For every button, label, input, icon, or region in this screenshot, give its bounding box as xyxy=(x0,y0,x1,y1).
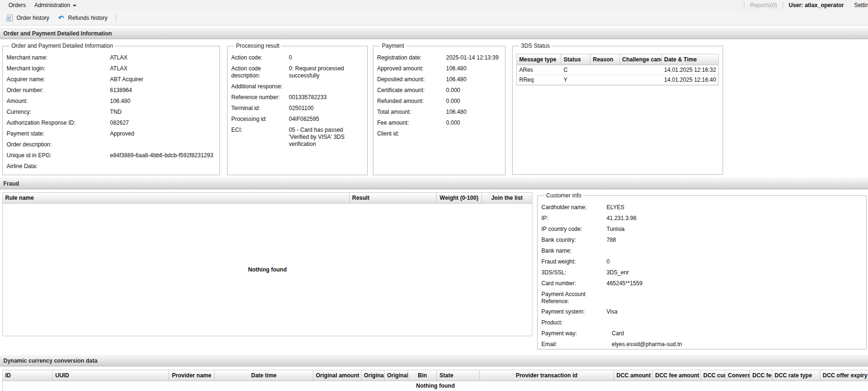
order-history-icon xyxy=(6,14,14,22)
refunds-history-label: Refunds history xyxy=(68,15,107,21)
column-header[interactable]: Date & Time xyxy=(662,54,718,65)
column-header[interactable]: Bin xyxy=(408,370,437,381)
menu-orders[interactable]: Orders xyxy=(5,1,31,9)
column-header[interactable]: Provider name xyxy=(169,370,215,381)
field-label: Action code description: xyxy=(231,65,289,79)
field-value: ATLAX xyxy=(110,54,216,61)
field-label: Bank country: xyxy=(541,237,607,244)
field-row: IP country code:Tunisia xyxy=(541,226,862,233)
field-row: Payment Account Reference: xyxy=(541,291,862,305)
column-header[interactable]: DCC rate type xyxy=(772,370,820,381)
column-header[interactable]: DCC curr xyxy=(701,370,725,381)
field-row: Payment system:Visa xyxy=(541,308,862,315)
column-header[interactable]: Weight (0-100) xyxy=(437,193,482,204)
order-info-legend: Order and Payment Detailed Information xyxy=(9,42,115,49)
field-label: Fee amount: xyxy=(377,119,446,127)
field-row: Product: xyxy=(541,319,862,326)
field-row: Action code description:0: Request proce… xyxy=(231,65,363,79)
processing-result-legend: Processing result xyxy=(234,42,281,49)
cell-status: Y xyxy=(561,75,590,85)
column-header[interactable]: Conversi xyxy=(725,370,750,381)
field-value: 0.000 xyxy=(446,87,501,94)
field-row: Email:elyes.essid@pharma-sud.tn xyxy=(541,341,862,348)
field-value: 04IF082595 xyxy=(289,116,363,123)
processing-result-fieldset: Processing result Action code:0 Action c… xyxy=(227,42,368,175)
cell-message-type: ARes xyxy=(517,65,561,75)
column-header[interactable]: DCC offer expiry xyxy=(820,370,868,381)
field-row: Payment way:Card xyxy=(541,330,862,337)
column-header[interactable]: Rule name xyxy=(3,193,350,204)
field-row: Terminal id:02501100 xyxy=(231,105,363,112)
customer-info-legend: Customer info xyxy=(544,192,583,199)
order-history-button[interactable]: Order history xyxy=(2,12,53,24)
field-value: 082627 xyxy=(110,119,216,127)
menu-right: Reports(0) User: atlax_operator Settings xyxy=(738,2,868,8)
field-value: 3DS_enr xyxy=(607,269,862,276)
field-value: 001335782233 xyxy=(289,94,363,101)
field-label: Cardholder name: xyxy=(541,204,607,211)
column-header[interactable]: DCC fee xyxy=(750,370,772,381)
column-header[interactable]: UUID xyxy=(53,370,169,381)
menu-separator xyxy=(744,2,744,8)
field-value: 106.480 xyxy=(110,98,216,105)
field-label: Payment state: xyxy=(7,130,110,137)
payment-legend: Payment xyxy=(380,42,406,49)
field-label: Product: xyxy=(541,319,607,326)
field-row: 3DS/SSL:3DS_enr xyxy=(541,269,862,276)
column-header[interactable]: ID xyxy=(3,370,53,381)
table-row[interactable]: RReq Y 14.01.2025 12:16:40 xyxy=(517,75,718,85)
field-row: Deposited amount:106.480 xyxy=(377,76,501,83)
field-label: Fraud weight: xyxy=(541,258,607,265)
column-header[interactable]: DCC amount xyxy=(614,370,653,381)
column-header[interactable]: Original c xyxy=(385,370,408,381)
field-row: Cardholder name:ELYES xyxy=(541,204,862,211)
table-row[interactable]: ARes C 14.01.2025 12:16:32 xyxy=(517,65,718,75)
column-header[interactable]: Join the list xyxy=(482,193,532,204)
field-value: TND xyxy=(110,109,216,116)
fraud-empty-state: Nothing found xyxy=(3,204,532,336)
column-header[interactable]: State xyxy=(437,370,480,381)
field-value: 0 xyxy=(607,258,862,265)
column-header[interactable]: Provider transaction id xyxy=(480,370,614,381)
field-label: Airline Data: xyxy=(7,163,110,170)
section-header-dcc: Dynamic currency conversion data xyxy=(0,355,868,366)
field-row: Client id: xyxy=(377,130,501,137)
field-label: Reference number: xyxy=(231,94,289,101)
dcc-table: ID UUID Provider name Date time Original… xyxy=(2,370,868,391)
field-label: Processing id: xyxy=(231,116,289,123)
column-header[interactable]: Message type xyxy=(517,54,561,65)
column-header[interactable]: Original amount xyxy=(313,370,362,381)
field-row: Acquirer name:ABT Acquirer xyxy=(7,76,216,83)
field-label: Merchant name: xyxy=(7,54,110,61)
field-value: Tunisia xyxy=(607,226,862,233)
column-header[interactable]: Challenge cancel xyxy=(620,54,662,65)
tds-status-legend: 3DS Status xyxy=(519,42,552,49)
field-value: 05 - Card has passed 'Verified by VISA' … xyxy=(289,127,363,148)
field-value: 0.000 xyxy=(446,98,501,105)
menu-administration[interactable]: Administration xyxy=(31,1,81,9)
chevron-down-icon xyxy=(73,5,76,7)
dcc-empty-state: Nothing found xyxy=(3,381,868,391)
column-header[interactable]: Original f xyxy=(362,370,385,381)
field-label: Payment system: xyxy=(541,308,607,315)
field-row: Merchant login:ATLAX xyxy=(7,65,216,72)
column-header[interactable]: Result xyxy=(350,193,437,204)
field-label: Certificate amount: xyxy=(377,87,446,94)
field-row: Order number:6138964 xyxy=(7,87,216,94)
cell-reason xyxy=(590,75,620,85)
column-header[interactable]: Status xyxy=(561,54,590,65)
column-header[interactable]: Reason xyxy=(590,54,620,65)
menu-settings[interactable]: Settings xyxy=(854,2,868,8)
field-value: 788 xyxy=(607,237,862,244)
menu-reports[interactable]: Reports(0) xyxy=(750,2,777,8)
field-label: Terminal id: xyxy=(231,105,289,112)
cell-status: C xyxy=(561,65,590,75)
field-label: Total amount: xyxy=(377,109,446,116)
column-header[interactable]: DCC fee amount xyxy=(653,370,701,381)
column-header[interactable]: Date time xyxy=(215,370,313,381)
field-label: Card number: xyxy=(541,280,607,287)
field-value: e84f3889-6aa8-4bb6-bdcb-f592f8231293 xyxy=(110,152,216,159)
field-row: Fee amount:0.000 xyxy=(377,119,501,127)
refunds-history-button[interactable]: Refunds history xyxy=(53,12,111,24)
tds-table-header: Message type Status Reason Challenge can… xyxy=(517,54,718,65)
